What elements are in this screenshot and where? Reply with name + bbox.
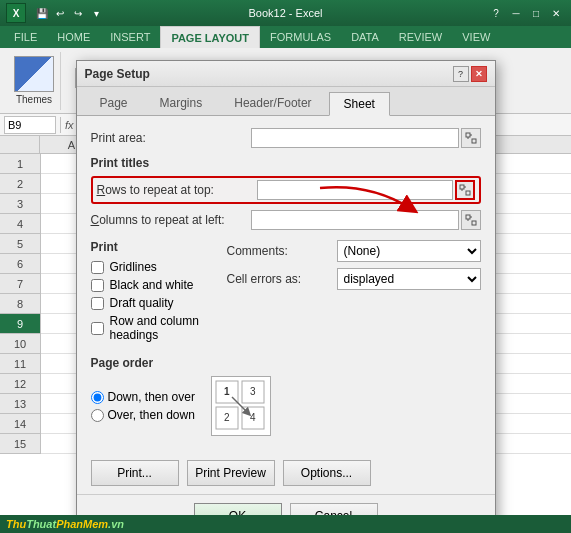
rows-to-repeat-label: Rows to repeat at top: <box>97 183 257 197</box>
svg-text:2: 2 <box>224 412 230 423</box>
dialog-title-icons: ? ✕ <box>453 66 487 82</box>
black-and-white-label: Black and white <box>110 278 194 292</box>
dialog-title: Page Setup <box>85 67 150 81</box>
watermark-bar: ThuThuatPhanMem.vn <box>0 515 571 533</box>
down-then-over-radio[interactable] <box>91 391 104 404</box>
svg-rect-8 <box>466 215 470 219</box>
svg-text:4: 4 <box>250 412 256 423</box>
dialog-tab-page[interactable]: Page <box>85 91 143 115</box>
print-area-input[interactable] <box>251 128 459 148</box>
down-then-over-row: Down, then over <box>91 390 195 404</box>
row-col-headings-label: Row and column headings <box>110 314 207 342</box>
dialog-tab-sheet[interactable]: Sheet <box>329 92 390 116</box>
page-order-section: Page order Down, then over Over, then do… <box>91 356 481 436</box>
print-area-row: Print area: <box>91 128 481 148</box>
rows-to-repeat-ref-button[interactable] <box>455 180 475 200</box>
print-area-ref-button[interactable] <box>461 128 481 148</box>
print-section-label: Print <box>91 240 207 254</box>
rows-to-repeat-input[interactable] <box>257 180 453 200</box>
black-and-white-row: Black and white <box>91 278 207 292</box>
black-and-white-checkbox[interactable] <box>91 279 104 292</box>
page-setup-dialog: Page Setup ? ✕ Page Margins Header/Foote… <box>76 60 496 533</box>
over-then-down-label: Over, then down <box>108 408 195 422</box>
gridlines-checkbox[interactable] <box>91 261 104 274</box>
print-titles-label: Print titles <box>91 156 481 170</box>
draft-quality-row: Draft quality <box>91 296 207 310</box>
columns-to-repeat-ref-button[interactable] <box>461 210 481 230</box>
watermark-text: ThuThuatPhanMem.vn <box>6 518 124 530</box>
print-button[interactable]: Print... <box>91 460 179 486</box>
page-order-svg: 1 3 2 4 <box>212 377 270 435</box>
cell-errors-row: Cell errors as: displayed <blank> -- #N/… <box>227 268 481 290</box>
svg-rect-1 <box>472 139 476 143</box>
cell-errors-label: Cell errors as: <box>227 272 337 286</box>
row-col-headings-row: Row and column headings <box>91 314 207 342</box>
svg-rect-9 <box>472 221 476 225</box>
gridlines-label: Gridlines <box>110 260 157 274</box>
dialog-close-button[interactable]: ✕ <box>471 66 487 82</box>
dialog-tab-header-footer[interactable]: Header/Footer <box>219 91 326 115</box>
print-preview-button[interactable]: Print Preview <box>187 460 275 486</box>
gridlines-row: Gridlines <box>91 260 207 274</box>
dialog-title-bar: Page Setup ? ✕ <box>77 61 495 87</box>
over-then-down-radio[interactable] <box>91 409 104 422</box>
draft-quality-label: Draft quality <box>110 296 174 310</box>
dialog-overlay: Page Setup ? ✕ Page Margins Header/Foote… <box>0 0 571 533</box>
svg-rect-5 <box>466 191 470 195</box>
svg-rect-4 <box>460 185 464 189</box>
down-then-over-label: Down, then over <box>108 390 195 404</box>
dialog-tabs: Page Margins Header/Footer Sheet <box>77 87 495 116</box>
dropdowns-col: Comments: (None) At end of sheet As disp… <box>227 240 481 346</box>
radio-col: Down, then over Over, then down <box>91 390 195 422</box>
comments-row: Comments: (None) At end of sheet As disp… <box>227 240 481 262</box>
print-area-label: Print area: <box>91 131 251 145</box>
dialog-body: Print area: Print titles Rows to repeat … <box>77 116 495 460</box>
page-order-row: Down, then over Over, then down <box>91 376 481 436</box>
page-order-diagram: 1 3 2 4 <box>211 376 271 436</box>
svg-text:1: 1 <box>224 386 230 397</box>
columns-to-repeat-input[interactable] <box>251 210 459 230</box>
columns-to-repeat-label: Columns to repeat at left: <box>91 213 251 227</box>
comments-select[interactable]: (None) At end of sheet As displayed on s… <box>337 240 481 262</box>
over-then-down-row: Over, then down <box>91 408 195 422</box>
svg-rect-0 <box>466 133 470 137</box>
dialog-action-buttons: Print... Print Preview Options... <box>77 460 495 494</box>
dialog-tab-margins[interactable]: Margins <box>145 91 218 115</box>
cell-errors-select[interactable]: displayed <blank> -- #N/A <box>337 268 481 290</box>
svg-text:3: 3 <box>250 386 256 397</box>
row-col-headings-checkbox[interactable] <box>91 322 104 335</box>
rows-to-repeat-row: Rows to repeat at top: <box>91 176 481 204</box>
draft-quality-checkbox[interactable] <box>91 297 104 310</box>
print-section-area: Print Gridlines Black and white Draft qu… <box>91 240 481 346</box>
comments-label: Comments: <box>227 244 337 258</box>
dialog-help-button[interactable]: ? <box>453 66 469 82</box>
columns-to-repeat-row: Columns to repeat at left: <box>91 210 481 230</box>
print-checkboxes-col: Print Gridlines Black and white Draft qu… <box>91 240 207 346</box>
options-button[interactable]: Options... <box>283 460 371 486</box>
page-order-label: Page order <box>91 356 481 370</box>
